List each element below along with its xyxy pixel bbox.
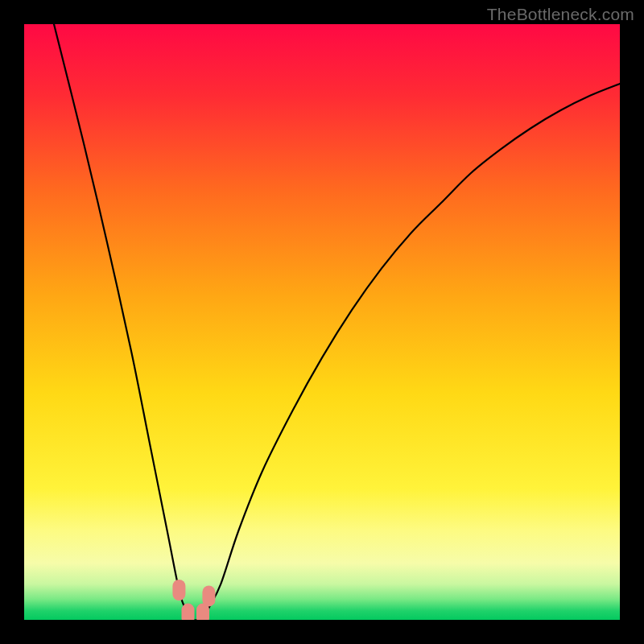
pill-right-lower <box>196 604 209 620</box>
watermark-text: TheBottleneck.com <box>487 5 634 24</box>
gradient-background <box>24 24 620 620</box>
pill-left-upper <box>172 580 185 601</box>
plot-area <box>24 24 620 620</box>
chart-frame: TheBottleneck.com <box>0 0 644 644</box>
bottleneck-chart <box>24 24 620 620</box>
pill-right-upper <box>202 585 215 606</box>
pill-left-lower <box>182 604 195 620</box>
